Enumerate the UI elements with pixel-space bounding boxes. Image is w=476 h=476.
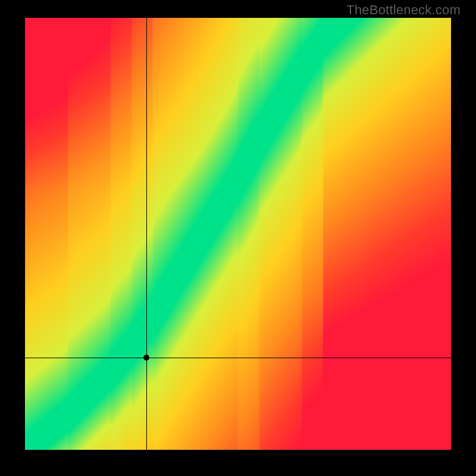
watermark-text: TheBottleneck.com — [346, 2, 461, 18]
heatmap-canvas — [25, 18, 451, 450]
crosshair-vertical — [146, 18, 147, 450]
chart-frame: TheBottleneck.com — [0, 0, 476, 476]
plot-area — [25, 18, 451, 450]
crosshair-horizontal — [25, 358, 451, 358]
